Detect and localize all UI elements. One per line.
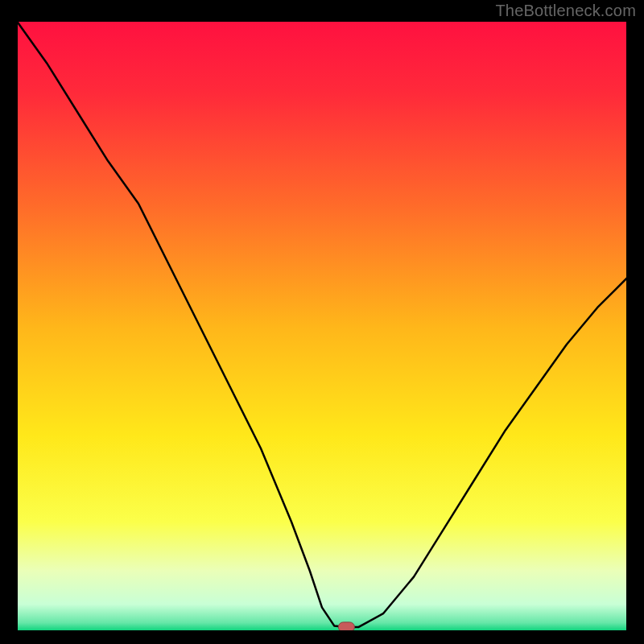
chart-root: { "watermark": "TheBottleneck.com", "col… xyxy=(0,0,644,644)
plot-border xyxy=(16,20,628,632)
watermark-label: TheBottleneck.com xyxy=(495,2,636,20)
